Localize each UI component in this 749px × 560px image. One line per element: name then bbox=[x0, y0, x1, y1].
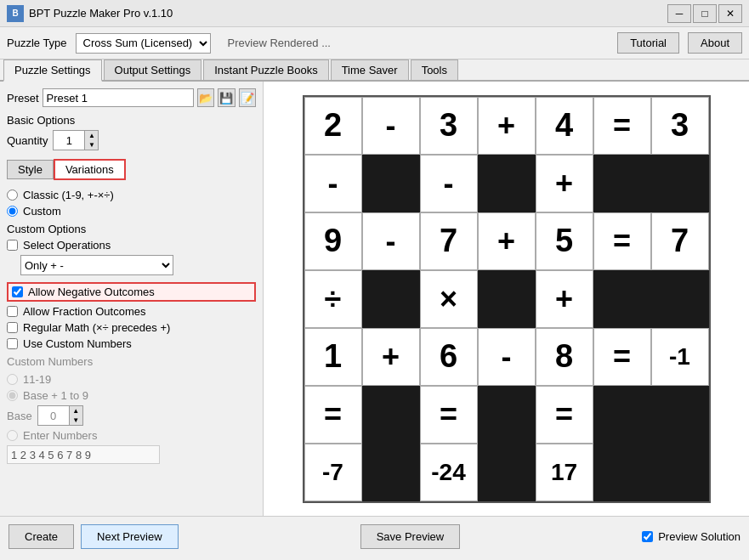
puzzle-cell bbox=[593, 270, 651, 328]
app-title: BPT Puzzle Maker Pro v.1.10 bbox=[29, 7, 667, 20]
puzzle-cell: = bbox=[593, 97, 651, 155]
puzzle-cell: + bbox=[536, 270, 593, 328]
tab-instant-puzzle-books[interactable]: Instant Puzzle Books bbox=[203, 59, 328, 80]
puzzle-cell bbox=[362, 155, 420, 212]
minimize-button[interactable]: ─ bbox=[667, 4, 691, 23]
preview-solution-checkbox[interactable] bbox=[642, 531, 653, 542]
use-custom-row: Use Custom Numbers bbox=[7, 337, 256, 350]
puzzle-cell: - bbox=[304, 155, 362, 212]
puzzle-cell: - bbox=[420, 155, 478, 212]
classic-radio-row: Classic (1-9, +-×÷) bbox=[7, 189, 256, 201]
puzzle-cell: 9 bbox=[304, 212, 362, 270]
puzzle-cell bbox=[651, 386, 709, 444]
tab-variations[interactable]: Variations bbox=[54, 159, 126, 180]
preset-input[interactable] bbox=[43, 88, 194, 107]
puzzle-cell: 4 bbox=[536, 97, 593, 155]
close-button[interactable]: ✕ bbox=[718, 4, 742, 23]
preview-solution-label: Preview Solution bbox=[658, 530, 740, 543]
preview-status: Preview Rendered ... bbox=[228, 37, 331, 49]
puzzle-cell: + bbox=[478, 97, 536, 155]
radio-1119[interactable] bbox=[7, 374, 18, 385]
topbar: Puzzle Type Cross Sum (Licensed) Preview… bbox=[0, 27, 749, 59]
classic-radio-label: Classic (1-9, +-×÷) bbox=[23, 189, 114, 201]
spinner-buttons: ▲ ▼ bbox=[84, 131, 98, 150]
regular-math-checkbox[interactable] bbox=[7, 322, 18, 333]
classic-radio[interactable] bbox=[7, 189, 18, 201]
puzzle-cell: = bbox=[420, 386, 478, 444]
preset-label: Preset bbox=[7, 92, 39, 105]
puzzle-cell: 2 bbox=[304, 97, 362, 155]
select-operations-label: Select Operations bbox=[23, 239, 111, 252]
radio-1119-label: 11-19 bbox=[23, 373, 51, 386]
puzzle-cell bbox=[593, 386, 651, 444]
enter-numbers-input[interactable] bbox=[7, 445, 160, 464]
tab-tools[interactable]: Tools bbox=[411, 59, 458, 80]
main-tabs: Puzzle Settings Output Settings Instant … bbox=[0, 59, 749, 82]
puzzle-cell bbox=[362, 444, 420, 501]
base-up-button[interactable]: ▲ bbox=[69, 406, 82, 416]
puzzle-cell: -1 bbox=[651, 328, 709, 386]
tab-style[interactable]: Style bbox=[7, 160, 54, 179]
puzzle-cell bbox=[478, 444, 536, 501]
puzzle-cell bbox=[362, 386, 420, 444]
puzzle-cell: 3 bbox=[651, 97, 709, 155]
allow-fraction-checkbox[interactable] bbox=[7, 306, 18, 317]
base-input[interactable] bbox=[38, 406, 69, 425]
quantity-up-button[interactable]: ▲ bbox=[84, 131, 98, 140]
custom-radio-label: Custom bbox=[23, 205, 61, 218]
puzzle-cell: 5 bbox=[536, 212, 593, 270]
preset-row: Preset 📂 💾 📝 bbox=[7, 88, 256, 107]
operations-select[interactable]: Only + - bbox=[20, 255, 173, 275]
basic-options-label: Basic Options bbox=[7, 114, 256, 127]
puzzle-cell: -7 bbox=[304, 444, 362, 501]
puzzle-cell bbox=[651, 444, 709, 501]
allow-negative-label: Allow Negative Outcomes bbox=[28, 286, 155, 298]
saveas-preset-button[interactable]: 📝 bbox=[239, 88, 256, 107]
quantity-down-button[interactable]: ▼ bbox=[84, 140, 98, 150]
titlebar: B BPT Puzzle Maker Pro v.1.10 ─ □ ✕ bbox=[0, 0, 749, 27]
maximize-button[interactable]: □ bbox=[693, 4, 717, 23]
next-preview-button[interactable]: Next Preview bbox=[81, 524, 179, 549]
radio-base1[interactable] bbox=[7, 390, 18, 401]
save-preset-button[interactable]: 💾 bbox=[218, 88, 235, 107]
allow-negative-checkbox[interactable] bbox=[12, 286, 23, 297]
quantity-input[interactable] bbox=[54, 131, 84, 150]
puzzle-type-select[interactable]: Cross Sum (Licensed) bbox=[76, 33, 211, 54]
puzzle-cell bbox=[478, 270, 536, 328]
style-variation-tabs: Style Variations bbox=[7, 159, 256, 180]
tutorial-button[interactable]: Tutorial bbox=[617, 32, 679, 54]
puzzle-cell: 8 bbox=[536, 328, 593, 386]
tab-puzzle-settings[interactable]: Puzzle Settings bbox=[3, 59, 102, 82]
right-panel: 2-3+4=3--+9-7+5=7÷×+1+6-8=-1===-7-2417 bbox=[264, 82, 749, 516]
open-preset-button[interactable]: 📂 bbox=[197, 88, 214, 107]
save-preview-button[interactable]: Save Preview bbox=[360, 524, 460, 549]
tab-output-settings[interactable]: Output Settings bbox=[104, 59, 202, 80]
radio-enter[interactable] bbox=[7, 430, 18, 441]
puzzle-cell bbox=[651, 155, 709, 212]
puzzle-cell: 1 bbox=[304, 328, 362, 386]
tab-time-saver[interactable]: Time Saver bbox=[331, 59, 409, 80]
use-custom-label: Use Custom Numbers bbox=[23, 337, 132, 350]
quantity-row: Quantity ▲ ▼ bbox=[7, 130, 256, 150]
puzzle-cell bbox=[593, 444, 651, 501]
allow-fraction-row: Allow Fraction Outcomes bbox=[7, 305, 256, 318]
custom-radio[interactable] bbox=[7, 206, 18, 217]
select-operations-checkbox[interactable] bbox=[7, 240, 18, 251]
use-custom-checkbox[interactable] bbox=[7, 338, 18, 349]
create-button[interactable]: Create bbox=[9, 524, 74, 549]
select-operations-row: Select Operations bbox=[7, 239, 256, 252]
base-label: Base bbox=[7, 410, 32, 422]
puzzle-grid: 2-3+4=3--+9-7+5=7÷×+1+6-8=-1===-7-2417 bbox=[303, 95, 711, 503]
puzzle-cell: + bbox=[536, 155, 593, 212]
puzzle-cell: × bbox=[420, 270, 478, 328]
allow-negative-row: Allow Negative Outcomes bbox=[7, 282, 256, 302]
puzzle-cell: -24 bbox=[420, 444, 478, 501]
app-icon: B bbox=[7, 5, 24, 22]
main-content: Preset 📂 💾 📝 Basic Options Quantity ▲ ▼ … bbox=[0, 82, 749, 516]
about-button[interactable]: About bbox=[688, 32, 742, 54]
puzzle-cell: = bbox=[593, 328, 651, 386]
preview-solution-row: Preview Solution bbox=[642, 530, 740, 543]
base-down-button[interactable]: ▼ bbox=[69, 416, 82, 425]
radio-enter-row: Enter Numbers bbox=[7, 429, 256, 442]
custom-options-label: Custom Options bbox=[7, 223, 256, 235]
